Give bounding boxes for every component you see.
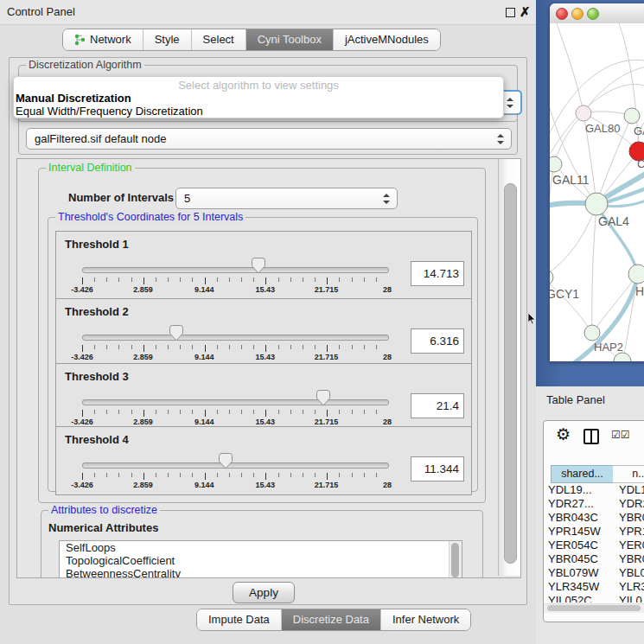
column-header-name[interactable]: n... <box>613 465 644 483</box>
tab-label: Network <box>90 29 131 50</box>
slider-major-ticks <box>82 410 388 417</box>
num-intervals-combobox[interactable]: 5 <box>175 188 398 209</box>
control-panel-titlebar: Control Panel ✗ <box>0 0 536 25</box>
scrollbar-thumb[interactable] <box>451 543 459 577</box>
list-item[interactable]: SelfLoops <box>60 541 462 554</box>
interval-definition-title: Interval Definition <box>46 162 135 174</box>
node-bottom-cut[interactable] <box>614 353 631 361</box>
node-label: GCY1 <box>550 287 579 301</box>
node-hap2[interactable] <box>584 325 600 341</box>
numerical-attributes-list[interactable]: SelfLoops TopologicalCoefficient Between… <box>59 540 462 578</box>
threshold-value-field[interactable]: 6.316 <box>411 328 464 354</box>
interval-definition-group: Interval Definition Number of Intervals … <box>38 168 486 503</box>
node-label: GAL4 <box>598 214 629 228</box>
node-gcy1[interactable] <box>550 270 553 285</box>
table-row[interactable]: YBR045CYBR0 <box>544 552 644 566</box>
threshold-slider-thumb[interactable] <box>252 258 265 274</box>
threshold-slider-thumb[interactable] <box>169 325 183 341</box>
spinner-arrows-icon <box>497 134 504 144</box>
dropdown-option-equal-width[interactable]: Equal Width/Frequency Discretization <box>14 105 503 118</box>
node-gal4[interactable] <box>585 193 608 215</box>
scrollbar-thumb[interactable] <box>547 605 641 611</box>
table-row[interactable]: YPR145WYPR1 <box>544 525 644 539</box>
tab-cyni-toolbox[interactable]: Cyni Toolbox <box>245 29 333 50</box>
node-label: GA <box>634 124 644 137</box>
top-tab-bar: Network Style Select Cyni Toolbox jActiv… <box>62 29 441 51</box>
num-intervals-value: 5 <box>184 192 190 205</box>
split-columns-icon[interactable] <box>583 429 599 444</box>
tab-network[interactable]: Network <box>63 29 143 50</box>
threshold-slider-thumb[interactable] <box>316 390 330 406</box>
column-header-shared-name[interactable]: shared... <box>551 465 614 483</box>
node-label: C <box>637 157 644 170</box>
tab-discretize-data[interactable]: Discretize Data <box>281 609 380 630</box>
node-partial-low-right[interactable] <box>628 265 644 284</box>
tab-impute-data[interactable]: Impute Data <box>197 609 281 630</box>
tab-style[interactable]: Style <box>143 29 191 50</box>
attributes-group: Attributes to discretize Numerical Attri… <box>41 510 483 578</box>
node-label: H <box>635 284 644 298</box>
table-row[interactable]: YDR27...YDR2 <box>544 497 644 511</box>
node-partial-top-right[interactable] <box>624 108 640 124</box>
network-view-window: GAL80 GA C GAL11 GAL4 GCY1 H HAP2 <box>550 3 644 361</box>
list-item[interactable]: TopologicalCoefficient <box>60 554 462 567</box>
table-rows: YDL19...YDL1 YDR27...YDR2 YBR043CYBR0 YP… <box>544 483 644 603</box>
slider-tick-labels: -3.426 2.859 9.144 15.43 21.715 28 <box>82 285 387 295</box>
table-row[interactable]: YBR043CYBR0 <box>544 511 644 525</box>
table-panel-title: Table Panel <box>546 393 605 406</box>
scrollbar-thumb[interactable] <box>504 183 517 564</box>
table-data-combobox[interactable]: galFiltered.sif default node <box>26 128 512 150</box>
slider-major-ticks <box>82 277 388 284</box>
network-edges <box>550 23 644 361</box>
close-traffic-light[interactable] <box>556 8 568 20</box>
tab-jactivemnodules[interactable]: jActiveMNodules <box>333 29 440 50</box>
network-canvas[interactable]: GAL80 GA C GAL11 GAL4 GCY1 H HAP2 <box>550 23 644 361</box>
bottom-tab-bar: Impute Data Discretize Data Infer Networ… <box>196 609 471 631</box>
slider-tick-labels: -3.426 2.859 9.144 15.43 21.715 28 <box>82 353 387 362</box>
table-window: ⚙ ☑☑ shared... n... YDL19...YDL1 YDR27..… <box>543 420 644 622</box>
threshold-value-field[interactable]: 21.4 <box>411 393 464 418</box>
network-window-titlebar[interactable] <box>550 3 644 24</box>
network-node-labels: GAL80 GA C GAL11 GAL4 GCY1 H HAP2 <box>550 122 644 354</box>
numerical-attributes-label: Numerical Attributes <box>48 521 158 534</box>
threshold-label: Threshold 1 <box>65 238 129 251</box>
node-label: GAL80 <box>585 122 620 135</box>
zoom-traffic-light[interactable] <box>587 8 599 20</box>
dropdown-option-manual[interactable]: Manual Discretization <box>14 92 503 105</box>
table-row[interactable]: YDL19...YDL1 <box>544 483 644 497</box>
tab-select[interactable]: Select <box>191 29 245 50</box>
checkbox-columns-icon[interactable]: ☑☑ <box>611 429 630 441</box>
thresholds-group-title: Threshold's Coordinates for 5 Intervals <box>55 211 245 223</box>
node-label: HAP2 <box>594 341 623 354</box>
settings-scroll-panel: Interval Definition Number of Intervals … <box>16 158 521 578</box>
tab-infer-network[interactable]: Infer Network <box>380 609 470 630</box>
apply-button[interactable]: Apply <box>233 582 295 603</box>
table-row[interactable]: YLR345WYLR3 <box>544 580 644 594</box>
minimize-traffic-light[interactable] <box>571 8 583 20</box>
settings-scrollbar[interactable] <box>498 159 520 576</box>
table-horizontal-scrollbar[interactable] <box>544 603 644 613</box>
table-panel-section: Table Panel ⚙ ☑☑ shared... n... YDL19...… <box>536 386 644 644</box>
threshold-slider-thumb[interactable] <box>219 453 233 469</box>
table-row[interactable]: YIL052CYIL0 <box>544 594 644 603</box>
list-scrollbar[interactable] <box>449 541 462 578</box>
num-intervals-label: Number of Intervals <box>68 191 174 204</box>
algorithm-dropdown-popup: Select algorithm to view settings Manual… <box>13 76 504 118</box>
table-row[interactable]: YBL079WYBL0 <box>544 566 644 580</box>
gear-icon[interactable]: ⚙ <box>556 424 571 444</box>
node-gal11[interactable] <box>550 156 562 172</box>
threshold-3-panel: Threshold 3 -3.426 2.859 9.144 15.43 <box>55 363 472 429</box>
attributes-group-title: Attributes to discretize <box>48 504 160 516</box>
list-item[interactable]: BetweennessCentrality <box>60 567 462 578</box>
threshold-value-field[interactable]: 11.344 <box>411 456 464 481</box>
node-gal80[interactable] <box>576 105 591 121</box>
close-icon[interactable]: ✗ <box>520 3 531 21</box>
dropdown-placeholder: Select algorithm to view settings <box>14 79 503 92</box>
network-icon <box>74 34 86 46</box>
threshold-value-field[interactable]: 14.713 <box>411 261 464 286</box>
threshold-label: Threshold 4 <box>65 433 129 446</box>
table-row[interactable]: YER054CYER0 <box>544 539 644 552</box>
threshold-4-panel: Threshold 4 -3.426 2.859 9.144 15.43 <box>55 426 472 495</box>
thresholds-group: Threshold's Coordinates for 5 Intervals … <box>48 217 478 492</box>
float-icon[interactable] <box>506 8 515 17</box>
